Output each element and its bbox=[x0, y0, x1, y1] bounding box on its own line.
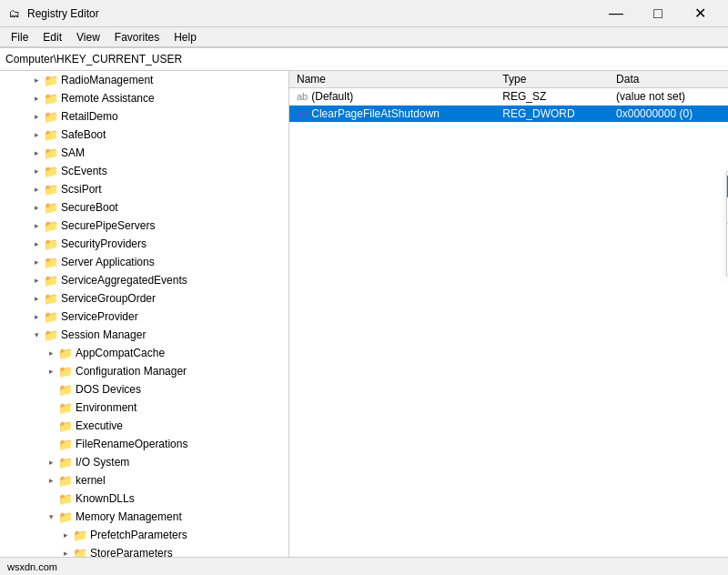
cell-type: REG_DWORD bbox=[495, 106, 609, 123]
tree-item[interactable]: ▸📁I/O System bbox=[0, 453, 288, 471]
folder-icon: 📁 bbox=[44, 165, 58, 178]
status-bar: wsxdn.com bbox=[0, 557, 728, 575]
tree-item[interactable]: ▸📁ServiceGroupOrder bbox=[0, 289, 288, 308]
tree-item[interactable]: ▸📁PrefetchParameters bbox=[0, 526, 288, 544]
minimize-button[interactable]: — bbox=[595, 0, 637, 27]
tree-label: Memory Management bbox=[76, 510, 182, 523]
expand-icon[interactable]: ▸ bbox=[44, 473, 58, 488]
expand-icon[interactable]: ▸ bbox=[29, 127, 44, 142]
expand-icon[interactable]: ▸ bbox=[29, 91, 44, 106]
tree-item[interactable]: ▸📁AppCompatCache bbox=[0, 344, 288, 362]
folder-icon: 📁 bbox=[44, 92, 58, 106]
expand-icon[interactable]: ▾ bbox=[44, 509, 58, 524]
tree-item[interactable]: 📁Environment bbox=[0, 398, 288, 417]
folder-icon: 📁 bbox=[58, 492, 73, 506]
tree-label: SAM bbox=[61, 146, 85, 159]
expand-icon[interactable]: ▸ bbox=[29, 182, 44, 197]
tree-label: SecureBoot bbox=[61, 201, 118, 214]
tree-item[interactable]: ▸📁Server Applications bbox=[0, 253, 288, 271]
menu-favorites[interactable]: Favorites bbox=[107, 27, 167, 46]
tree-item[interactable]: ▸📁SAM bbox=[0, 144, 288, 162]
expand-icon[interactable]: ▸ bbox=[58, 546, 73, 557]
tree-item[interactable]: 📁Executive bbox=[0, 417, 288, 435]
close-button[interactable]: ✕ bbox=[679, 0, 721, 27]
tree-item[interactable]: 📁FileRenameOperations bbox=[0, 435, 288, 453]
tree-item[interactable]: ▸📁ScEvents bbox=[0, 162, 288, 180]
detail-pane[interactable]: Name Type Data ab(Default) REG_SZ (value… bbox=[289, 71, 728, 557]
expand-icon[interactable]: ▸ bbox=[29, 273, 44, 288]
tree-item[interactable]: ▾📁Session Manager bbox=[0, 326, 288, 344]
expand-icon[interactable]: ▸ bbox=[29, 309, 44, 324]
cell-type: REG_SZ bbox=[495, 88, 609, 106]
folder-icon: 📁 bbox=[44, 74, 58, 87]
menu-edit[interactable]: Edit bbox=[35, 27, 69, 46]
tree-item[interactable]: ▸📁SecureBoot bbox=[0, 198, 288, 217]
tree-label: DOS Devices bbox=[76, 383, 141, 396]
title-bar-controls: — □ ✕ bbox=[595, 0, 721, 27]
tree-label: KnownDLLs bbox=[76, 492, 135, 505]
app-icon: 🗂 bbox=[7, 6, 22, 21]
tree-item[interactable]: ▸📁RetailDemo bbox=[0, 107, 288, 126]
folder-icon: 📁 bbox=[73, 547, 87, 558]
cell-name: abClearPageFileAtShutdown bbox=[289, 106, 495, 123]
tree-label: ServiceProvider bbox=[61, 310, 138, 323]
folder-icon: 📁 bbox=[44, 292, 58, 306]
menu-help[interactable]: Help bbox=[167, 27, 204, 46]
tree-item[interactable]: ▸📁SecurePipeServers bbox=[0, 217, 288, 235]
folder-icon: 📁 bbox=[73, 529, 87, 542]
folder-icon: 📁 bbox=[44, 110, 58, 124]
tree-item[interactable]: ▸📁ServiceAggregatedEvents bbox=[0, 271, 288, 289]
expand-icon[interactable]: ▸ bbox=[44, 455, 58, 469]
expand-icon[interactable]: ▸ bbox=[29, 146, 44, 160]
tree-item[interactable]: ▸📁Configuration Manager bbox=[0, 362, 288, 380]
expand-icon[interactable]: ▸ bbox=[58, 528, 73, 542]
maximize-button[interactable]: □ bbox=[637, 0, 679, 27]
tree-label: Executive bbox=[76, 419, 123, 432]
tree-item[interactable]: ▸📁ScsiPort bbox=[0, 180, 288, 198]
menu-file[interactable]: File bbox=[4, 27, 35, 46]
menu-view[interactable]: View bbox=[69, 27, 107, 46]
table-row[interactable]: abClearPageFileAtShutdown REG_DWORD 0x00… bbox=[289, 106, 728, 123]
tree-item[interactable]: ▸📁ServiceProvider bbox=[0, 308, 288, 326]
expand-icon[interactable]: ▾ bbox=[29, 328, 44, 342]
folder-icon: 📁 bbox=[44, 219, 58, 233]
expand-icon[interactable]: ▸ bbox=[44, 346, 58, 360]
folder-icon: 📁 bbox=[44, 128, 58, 142]
tree-label: FileRenameOperations bbox=[76, 438, 187, 450]
tree-item[interactable]: ▸📁Remote Assistance bbox=[0, 89, 288, 107]
tree-item[interactable]: 📁KnownDLLs bbox=[0, 489, 288, 508]
address-bar-path: Computer\HKEY_CURRENT_USER bbox=[5, 53, 182, 66]
expand-icon[interactable]: ▸ bbox=[29, 291, 44, 306]
folder-icon: 📁 bbox=[44, 146, 58, 160]
folder-icon: 📁 bbox=[58, 383, 73, 397]
folder-icon: 📁 bbox=[44, 237, 58, 251]
expand-icon[interactable]: ▸ bbox=[29, 255, 44, 269]
folder-icon: 📁 bbox=[58, 365, 73, 378]
tree-label: Session Manager bbox=[61, 328, 146, 341]
tree-item[interactable]: ▸📁SecurityProviders bbox=[0, 235, 288, 253]
table-row[interactable]: ab(Default) REG_SZ (value not set) bbox=[289, 88, 728, 106]
tree-item[interactable]: ▾📁Memory Management bbox=[0, 508, 288, 526]
tree-item[interactable]: ▸📁StoreParameters bbox=[0, 544, 288, 557]
tree-item[interactable]: ▸📁SafeBoot bbox=[0, 126, 288, 144]
expand-icon[interactable]: ▸ bbox=[29, 237, 44, 251]
tree-label: Configuration Manager bbox=[76, 365, 187, 378]
tree-item[interactable]: ▸📁RadioManagement bbox=[0, 71, 288, 89]
expand-icon[interactable]: ▸ bbox=[29, 200, 44, 215]
default-value-icon: ab bbox=[297, 91, 308, 102]
folder-icon: 📁 bbox=[58, 347, 73, 360]
folder-icon: 📁 bbox=[44, 310, 58, 324]
tree-item[interactable]: 📁DOS Devices bbox=[0, 380, 288, 398]
expand-icon[interactable]: ▸ bbox=[29, 73, 44, 87]
tree-item[interactable]: ▸📁kernel bbox=[0, 471, 288, 489]
address-bar: Computer\HKEY_CURRENT_USER bbox=[0, 47, 728, 71]
expand-icon[interactable]: ▸ bbox=[29, 164, 44, 178]
tree-label: RetailDemo bbox=[61, 110, 118, 123]
tree-pane[interactable]: ▸📁RadioManagement▸📁Remote Assistance▸📁Re… bbox=[0, 71, 289, 557]
tree-label: AppCompatCache bbox=[76, 347, 165, 359]
expand-icon[interactable]: ▸ bbox=[29, 109, 44, 124]
tree-label: ServiceAggregatedEvents bbox=[61, 274, 187, 287]
folder-icon: 📁 bbox=[58, 510, 73, 524]
expand-icon[interactable]: ▸ bbox=[29, 218, 44, 233]
expand-icon[interactable]: ▸ bbox=[44, 364, 58, 378]
